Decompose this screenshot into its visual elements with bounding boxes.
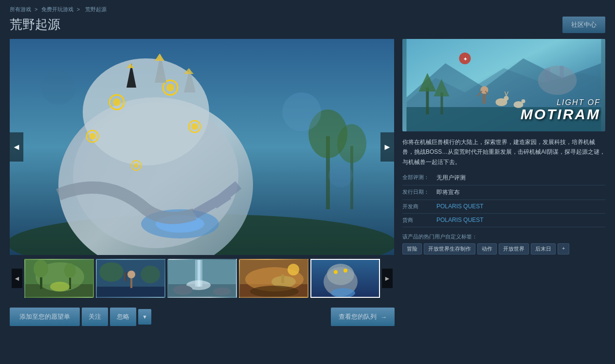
tags-label: 该产品的热门用户自定义标签： — [402, 233, 605, 240]
right-column: ✦ LIGHT OF MOTIRAM 你将在机械巨兽横行的大陆上，探索世界，建造… — [402, 39, 605, 326]
thumbnails-section: ◄ — [10, 257, 395, 300]
developer-row: 开发商 POLARIS QUEST — [402, 203, 605, 214]
svg-point-28 — [328, 163, 353, 187]
svg-point-5 — [337, 124, 366, 163]
publisher-row: 货商 POLARIS QUEST — [402, 217, 605, 227]
svg-point-12 — [166, 84, 174, 91]
queue-label: 查看您的队列 — [339, 312, 377, 321]
tag-2[interactable]: 动作 — [477, 243, 497, 255]
action-left-buttons: 添加至您的愿望单 关注 忽略 ▼ — [10, 308, 151, 326]
developer-link[interactable]: POLARIS QUEST — [436, 203, 484, 210]
thumbnail-3[interactable] — [167, 259, 237, 298]
view-queue-button[interactable]: 查看您的队列 → — [331, 308, 395, 326]
breadcrumb-all-games[interactable]: 所有游戏 — [10, 6, 31, 12]
next-screenshot-button[interactable]: ► — [380, 132, 394, 162]
svg-rect-69 — [426, 88, 429, 114]
thumbnail-list — [24, 259, 380, 298]
ignore-button[interactable]: 忽略 — [110, 308, 136, 326]
review-row: 全部评测： 无用户评测 — [402, 174, 605, 185]
svg-point-10 — [113, 98, 121, 106]
tag-3[interactable]: 开放世界 — [499, 243, 529, 255]
left-column: ◄ ► ◄ — [10, 39, 395, 326]
svg-point-61 — [327, 264, 354, 285]
svg-point-83 — [538, 66, 577, 95]
publisher-link[interactable]: POLARIS QUEST — [436, 217, 484, 224]
dropdown-button[interactable]: ▼ — [138, 309, 151, 325]
release-row: 发行日期： 即将宣布 — [402, 188, 605, 200]
tag-0[interactable]: 冒险 — [402, 243, 422, 255]
svg-point-29 — [41, 71, 75, 105]
svg-point-57 — [288, 264, 299, 275]
tags-section: 该产品的热门用户自定义标签： 冒险开放世界生存制作动作开放世界后末日+ — [402, 233, 605, 255]
page-title: 荒野起源 — [10, 16, 60, 33]
svg-rect-74 — [483, 94, 486, 104]
svg-point-27 — [282, 92, 321, 131]
svg-point-64 — [331, 288, 355, 298]
svg-point-44 — [141, 266, 160, 283]
breadcrumb: 所有游戏 > 免费开玩游戏 > 荒野起源 — [10, 6, 605, 13]
thumb-prev-button[interactable]: ◄ — [12, 269, 22, 288]
publisher-label: 货商 — [402, 217, 436, 224]
svg-point-63 — [344, 269, 347, 273]
thumbnail-4[interactable] — [239, 259, 308, 298]
game-art-title-overlay: LIGHT OF MOTIRAM — [521, 98, 600, 122]
svg-point-62 — [334, 270, 338, 274]
add-wishlist-button[interactable]: 添加至您的愿望单 — [10, 308, 80, 326]
svg-point-37 — [50, 282, 70, 291]
review-value: 无用户评测 — [436, 174, 605, 182]
svg-rect-39 — [97, 287, 165, 298]
svg-rect-85 — [560, 66, 564, 79]
tag-1[interactable]: 开放世界生存制作 — [424, 243, 475, 255]
svg-point-43 — [99, 262, 124, 282]
game-description: 你将在机械巨兽横行的大陆上，探索世界，建造家园，发展科技，培养机械兽，挑战BOS… — [402, 137, 605, 167]
main-screenshot: ◄ ► — [10, 39, 394, 255]
tag-5[interactable]: + — [558, 243, 569, 255]
svg-point-40 — [127, 271, 135, 278]
thumb-next-button[interactable]: ► — [382, 269, 393, 288]
svg-point-14 — [89, 133, 96, 140]
action-bar: 添加至您的愿望单 关注 忽略 ▼ 查看您的队列 → — [10, 308, 395, 326]
svg-rect-56 — [281, 274, 284, 283]
svg-point-34 — [34, 260, 48, 277]
breadcrumb-current: 荒野起源 — [85, 6, 107, 12]
svg-point-16 — [134, 163, 139, 168]
follow-button[interactable]: 关注 — [82, 308, 108, 326]
info-table: 全部评测： 无用户评测 发行日期： 即将宣布 开发商 POLARIS QUEST… — [402, 174, 605, 227]
community-center-button[interactable]: 社区中心 — [562, 17, 605, 33]
breadcrumb-free-games[interactable]: 免费开玩游戏 — [41, 6, 73, 12]
svg-point-50 — [173, 285, 193, 295]
tag-4[interactable]: 后末日 — [531, 243, 556, 255]
release-value: 即将宣布 — [436, 188, 605, 197]
queue-arrow-icon: → — [380, 313, 387, 321]
svg-text:✦: ✦ — [463, 56, 468, 62]
svg-point-58 — [250, 286, 299, 297]
review-label: 全部评测： — [402, 174, 436, 182]
game-art-motiram: MOTIRAM — [521, 107, 600, 122]
prev-screenshot-button[interactable]: ◄ — [10, 132, 23, 162]
robot-svg — [10, 39, 394, 255]
thumbnail-1[interactable] — [24, 259, 94, 298]
svg-rect-41 — [130, 278, 132, 288]
tags-list: 冒险开放世界生存制作动作开放世界后末日+ — [402, 243, 605, 255]
svg-point-36 — [64, 263, 76, 278]
developer-label: 开发商 — [402, 203, 436, 210]
game-art-header: ✦ LIGHT OF MOTIRAM — [402, 39, 605, 131]
svg-point-51 — [213, 288, 231, 295]
thumbnail-5[interactable] — [310, 259, 380, 298]
svg-point-18 — [191, 123, 198, 130]
svg-rect-84 — [545, 68, 550, 83]
release-label: 发行日期： — [402, 188, 436, 197]
svg-point-78 — [504, 96, 509, 101]
thumbnail-2[interactable] — [96, 259, 165, 298]
